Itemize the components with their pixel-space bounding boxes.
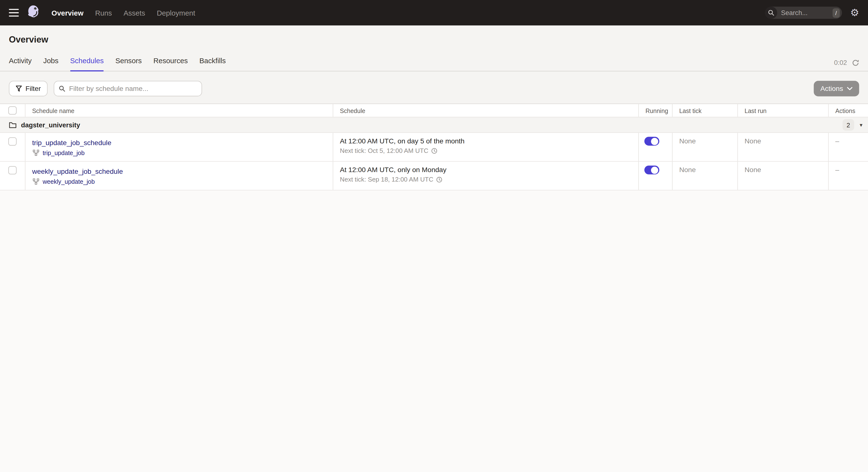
- schedule-link[interactable]: weekly_update_job_schedule: [32, 168, 123, 176]
- last-run-cell: None: [738, 133, 829, 161]
- schedule-filter: [54, 81, 202, 96]
- refresh-timer: 0:02: [834, 59, 847, 66]
- group-count-badge: 2: [842, 119, 854, 131]
- tab-activity[interactable]: Activity: [9, 56, 32, 71]
- col-schedule-name: Schedule name: [26, 104, 333, 117]
- search-shortcut-badge: /: [833, 8, 840, 18]
- filter-button-label: Filter: [26, 85, 41, 93]
- row-checkbox[interactable]: [8, 137, 17, 146]
- refresh-icon[interactable]: [852, 59, 859, 66]
- running-toggle[interactable]: [645, 137, 659, 146]
- folder-icon: [9, 122, 17, 128]
- gear-icon[interactable]: ⚙: [850, 8, 859, 18]
- page-head: Overview Activity Jobs Schedules Sensors…: [0, 26, 868, 103]
- dagster-app: Overview Runs Assets Deployment Search..…: [0, 0, 868, 472]
- select-all-checkbox[interactable]: [8, 106, 17, 115]
- menu-icon[interactable]: [9, 9, 19, 17]
- actions-button-label: Actions: [820, 85, 843, 93]
- next-tick: Next tick: Sep 18, 12:00 AM UTC: [340, 176, 638, 183]
- tab-jobs[interactable]: Jobs: [43, 56, 59, 71]
- running-cell: [639, 133, 673, 161]
- running-cell: [639, 162, 673, 190]
- header-checkbox-cell: [0, 104, 26, 117]
- row-checkbox-cell: [0, 162, 26, 190]
- tab-resources[interactable]: Resources: [153, 56, 188, 71]
- tabs: Activity Jobs Schedules Sensors Resource…: [0, 56, 226, 71]
- clock-icon: [431, 148, 437, 154]
- nav-deployment[interactable]: Deployment: [157, 8, 195, 17]
- job-link[interactable]: weekly_update_job: [42, 179, 95, 185]
- cron-description: At 12:00 AM UTC, on day 5 of the month: [340, 137, 638, 145]
- toolbar: Filter Actions: [0, 71, 868, 103]
- next-tick-text: Next tick: Sep 18, 12:00 AM UTC: [340, 176, 433, 183]
- repo-group-name: dagster_university: [21, 121, 80, 129]
- row-actions-cell: –: [829, 162, 868, 190]
- schedule-row: weekly_update_job_schedule weekly_update…: [0, 162, 868, 190]
- col-last-run: Last run: [738, 104, 829, 117]
- nav-runs[interactable]: Runs: [95, 8, 112, 17]
- tab-bar: Activity Jobs Schedules Sensors Resource…: [0, 56, 868, 71]
- search-icon: [765, 6, 777, 19]
- col-actions: Actions: [829, 104, 868, 117]
- last-tick-cell: None: [673, 162, 738, 190]
- nav-overview[interactable]: Overview: [52, 8, 84, 17]
- col-last-tick: Last tick: [673, 104, 738, 117]
- search-placeholder: Search...: [781, 9, 833, 17]
- chevron-down-icon: [847, 87, 852, 90]
- refresh-area: 0:02: [834, 59, 868, 71]
- schedule-link[interactable]: trip_update_job_schedule: [32, 139, 111, 147]
- job-graph-icon: [33, 179, 39, 185]
- table-header-row: Schedule name Schedule Running Last tick…: [0, 104, 868, 117]
- nav-right: Search... / ⚙: [765, 6, 859, 19]
- running-toggle[interactable]: [645, 165, 659, 174]
- schedule-row: trip_update_job_schedule trip_update_job…: [0, 133, 868, 162]
- row-actions-cell: –: [829, 133, 868, 161]
- primary-nav: Overview Runs Assets Deployment: [52, 8, 195, 17]
- next-tick: Next tick: Oct 5, 12:00 AM UTC: [340, 147, 638, 154]
- job-line: trip_update_job: [32, 150, 333, 156]
- page-title: Overview: [0, 26, 868, 45]
- clock-icon: [436, 177, 442, 183]
- schedule-filter-input[interactable]: [54, 81, 202, 96]
- group-collapse-caret[interactable]: ▾: [860, 122, 862, 128]
- next-tick-text: Next tick: Oct 5, 12:00 AM UTC: [340, 147, 428, 154]
- tab-schedules[interactable]: Schedules: [70, 56, 103, 71]
- schedule-desc-cell: At 12:00 AM UTC, on day 5 of the month N…: [333, 133, 639, 161]
- job-line: weekly_update_job: [32, 179, 333, 185]
- job-link[interactable]: trip_update_job: [42, 150, 85, 156]
- job-graph-icon: [33, 150, 39, 156]
- top-nav: Overview Runs Assets Deployment Search..…: [0, 0, 868, 26]
- funnel-icon: [16, 85, 22, 92]
- tab-backfills[interactable]: Backfills: [199, 56, 226, 71]
- col-running: Running: [639, 104, 673, 117]
- col-schedule: Schedule: [333, 104, 639, 117]
- empty-area: [0, 191, 868, 472]
- global-search-input[interactable]: Search... /: [765, 6, 842, 19]
- repo-group-row[interactable]: dagster_university 2 ▾: [0, 117, 868, 133]
- row-checkbox[interactable]: [8, 166, 17, 174]
- schedule-name-cell: weekly_update_job_schedule weekly_update…: [26, 162, 333, 190]
- dagster-logo[interactable]: [27, 5, 41, 21]
- filter-button[interactable]: Filter: [9, 81, 48, 96]
- row-checkbox-cell: [0, 133, 26, 161]
- search-icon: [59, 85, 65, 92]
- schedule-name-cell: trip_update_job_schedule trip_update_job: [26, 133, 333, 161]
- last-run-cell: None: [738, 162, 829, 190]
- schedules-table: Schedule name Schedule Running Last tick…: [0, 103, 868, 191]
- actions-button[interactable]: Actions: [814, 81, 859, 96]
- cron-description: At 12:00 AM UTC, only on Monday: [340, 166, 638, 174]
- last-tick-cell: None: [673, 133, 738, 161]
- nav-assets[interactable]: Assets: [123, 8, 145, 17]
- tab-sensors[interactable]: Sensors: [116, 56, 142, 71]
- schedule-desc-cell: At 12:00 AM UTC, only on Monday Next tic…: [333, 162, 639, 190]
